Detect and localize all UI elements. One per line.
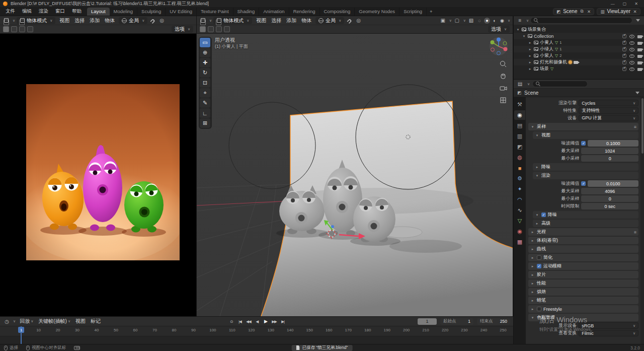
camera-toggle-icon[interactable]: [637, 48, 642, 51]
outliner-editor-icon[interactable]: ≡: [516, 17, 524, 24]
eye-toggle-icon[interactable]: [629, 67, 634, 71]
panel-header[interactable]: ▸胶片: [528, 271, 638, 278]
material-tab[interactable]: ◉: [514, 227, 525, 236]
menu-item[interactable]: 关键帧(插帧)∨: [36, 317, 73, 325]
view-layer-tab[interactable]: ▥: [514, 131, 525, 141]
panel-header[interactable]: ▸曲线: [528, 245, 638, 253]
cursor-tool[interactable]: ⊕: [200, 48, 210, 57]
property-dropdown[interactable]: 支持特性∨: [579, 107, 638, 114]
expand-caret-icon[interactable]: ▸: [528, 41, 532, 45]
pan-hand-icon[interactable]: [499, 72, 507, 80]
checkbox-toggle-icon[interactable]: [622, 41, 626, 45]
workspace-tab[interactable]: Geometry Nodes: [355, 8, 399, 16]
eye-toggle-icon[interactable]: [629, 54, 634, 58]
panel-header[interactable]: ▾视图: [533, 131, 638, 139]
rotate-tool[interactable]: ↻: [200, 68, 210, 78]
viewport-overlays-icon[interactable]: ▢: [453, 17, 461, 24]
workspace-tab[interactable]: Shading: [233, 8, 260, 16]
remove-view-layer-icon[interactable]: ✕: [632, 9, 637, 14]
checkbox-toggle-icon[interactable]: [622, 60, 626, 64]
zoom-icon[interactable]: [499, 60, 507, 68]
select-mode-invert-icon[interactable]: [224, 26, 230, 32]
property-value-field[interactable]: 4096: [581, 188, 638, 194]
orientation-selector[interactable]: 全局 ∨: [315, 17, 344, 24]
move-tool[interactable]: ✚: [200, 58, 210, 67]
toggle-xray-icon[interactable]: ▧: [467, 17, 475, 24]
panel-header[interactable]: ▾采样≡: [528, 123, 638, 130]
select-mode-new-icon[interactable]: [3, 26, 9, 32]
proportional-editing-icon[interactable]: ◎: [355, 17, 362, 24]
jump-to-start-button[interactable]: |◀: [236, 318, 244, 325]
workspace-tab[interactable]: Texture Paint: [197, 8, 233, 16]
outliner-search[interactable]: [530, 17, 632, 24]
previous-keyframe-button[interactable]: ◀◀: [245, 318, 253, 325]
object-tab[interactable]: ■: [514, 163, 525, 173]
constraints-tab[interactable]: ∿: [514, 205, 525, 215]
outliner-search-input[interactable]: [540, 18, 629, 23]
physics-tab[interactable]: ◠: [514, 195, 525, 204]
camera-toggle-icon[interactable]: [637, 68, 642, 71]
checkbox-icon[interactable]: ✓: [537, 264, 541, 268]
new-scene-icon[interactable]: ⧉: [579, 9, 584, 14]
workspace-tab[interactable]: Compositing: [320, 8, 355, 16]
editor-type-icon[interactable]: [3, 17, 10, 24]
snap-magnet-icon[interactable]: [149, 17, 156, 24]
output-tab[interactable]: ▤: [514, 121, 525, 130]
checkbox-toggle-icon[interactable]: [622, 34, 626, 38]
expand-caret-icon[interactable]: ▾: [516, 28, 520, 32]
panel-header[interactable]: ▸✓运动模糊: [528, 262, 638, 270]
menu-item[interactable]: 回放∨: [17, 317, 36, 325]
property-value-field[interactable]: 0.0100: [588, 180, 638, 187]
modifier-tab[interactable]: ⚙: [514, 174, 525, 183]
material-preview-icon[interactable]: ◐: [492, 18, 498, 24]
menu-item[interactable]: 添加: [87, 17, 102, 25]
eye-toggle-icon[interactable]: [629, 61, 634, 64]
expand-caret-icon[interactable]: ▸: [528, 67, 532, 71]
topbar-menu-item[interactable]: 帮助: [68, 7, 85, 16]
properties-search-input[interactable]: [542, 82, 584, 87]
world-tab[interactable]: ◍: [514, 153, 525, 162]
panel-header[interactable]: ▸烘焙: [528, 288, 638, 296]
outliner-row[interactable]: ▾Collection: [514, 33, 644, 39]
particles-tab[interactable]: ✦: [514, 184, 525, 194]
menu-item[interactable]: 选择: [72, 17, 87, 25]
checkbox-toggle-icon[interactable]: [622, 54, 626, 58]
render-tab[interactable]: ◉: [514, 110, 525, 120]
expand-caret-icon[interactable]: ▸: [528, 60, 532, 64]
panel-header[interactable]: ▾✓降噪: [533, 211, 638, 219]
select-mode-subtract-icon[interactable]: [216, 26, 222, 32]
camera-toggle-icon[interactable]: [637, 55, 642, 58]
frame-start-field[interactable]: 起始点 1: [440, 318, 473, 325]
property-value-field[interactable]: 0 sec: [581, 203, 638, 209]
menu-item[interactable]: 视图: [73, 317, 88, 325]
checkbox-toggle-icon[interactable]: [622, 47, 626, 51]
outliner-row[interactable]: ▸小黄人▽1: [514, 39, 644, 46]
filter-funnel-icon[interactable]: [634, 17, 641, 24]
frame-end-field[interactable]: 结束点 250: [477, 318, 510, 325]
expand-caret-icon[interactable]: ▸: [528, 47, 532, 51]
snap-magnet-icon[interactable]: [346, 17, 353, 24]
menu-item[interactable]: 视图: [254, 17, 269, 25]
properties-search[interactable]: [532, 81, 588, 87]
camera-toggle-icon[interactable]: [637, 61, 642, 64]
property-dropdown[interactable]: GPU 计算∨: [579, 115, 638, 121]
panel-header[interactable]: ▸✓Freestyle: [528, 305, 638, 313]
play-reverse-button[interactable]: ◀: [253, 318, 261, 325]
menu-item[interactable]: 视图: [57, 17, 72, 25]
play-button[interactable]: ▶: [262, 318, 270, 325]
viewport-gizmos-icon[interactable]: ▣: [439, 17, 447, 24]
scale-tool[interactable]: ⊡: [200, 78, 210, 88]
object-data-tab[interactable]: ▽: [514, 216, 525, 226]
scene-selector[interactable]: ◩ Scene ⧉ ✕: [553, 8, 594, 15]
property-dropdown[interactable]: Filmic∨: [579, 330, 638, 336]
workspace-tab[interactable]: Rendering: [289, 8, 320, 16]
expand-caret-icon[interactable]: ▾: [522, 34, 526, 38]
select-mode-extend-icon[interactable]: [208, 26, 214, 32]
camera-view-icon[interactable]: [499, 84, 507, 92]
annotate-tool[interactable]: ✎: [200, 98, 210, 108]
menu-item[interactable]: 添加: [284, 17, 299, 25]
panel-header[interactable]: ▸光程≡: [528, 228, 638, 236]
tool-tab[interactable]: ⚒: [514, 100, 525, 109]
timeline-playhead[interactable]: 1: [21, 326, 22, 344]
checkbox-toggle-icon[interactable]: [622, 67, 626, 71]
